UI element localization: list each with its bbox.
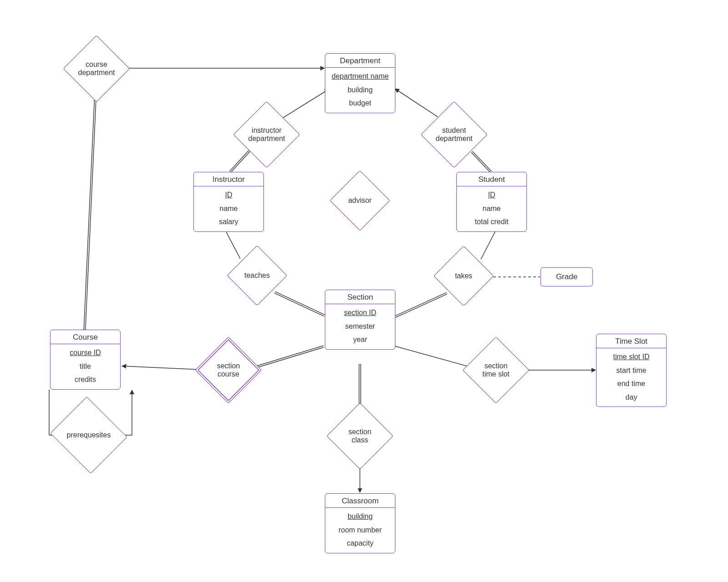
rel-label: teaches xyxy=(236,254,278,297)
rel-section-timeslot: section time slot xyxy=(472,346,520,394)
entity-department: Department department name building budg… xyxy=(325,53,395,113)
rel-label: instructor department xyxy=(243,111,290,158)
svg-line-1 xyxy=(230,151,249,172)
entity-title: Section xyxy=(325,290,395,304)
edge-course-dept-to-course xyxy=(85,92,96,330)
entity-title: Instructor xyxy=(194,172,263,186)
edge-prereq-right xyxy=(116,390,132,435)
rel-label: section class xyxy=(336,412,384,460)
attr-classroom-roomnumber: room number xyxy=(325,523,395,537)
entity-title: Student xyxy=(457,172,526,186)
attr-classroom-building: building xyxy=(325,510,395,523)
attr-timeslot-start: start time xyxy=(597,364,666,377)
rel-label: section time slot xyxy=(472,346,520,394)
svg-line-4 xyxy=(395,293,447,317)
attr-department-name: department name xyxy=(325,70,395,83)
entity-title: Time Slot xyxy=(597,334,666,348)
svg-line-2 xyxy=(472,152,491,172)
edge-teaches-to-section xyxy=(275,292,324,316)
entity-timeslot: Time Slot time slot ID start time end ti… xyxy=(596,334,667,407)
rel-section-course: section course xyxy=(205,346,252,394)
entity-course: Course course ID title credits xyxy=(50,330,121,390)
entity-title: Classroom xyxy=(325,494,395,508)
rel-section-class: section class xyxy=(336,412,384,460)
edge-instr-dept-to-instructor xyxy=(230,151,249,172)
attr-student-totalcredit: total credit xyxy=(457,215,526,229)
edge-section-course-to-course xyxy=(122,366,202,370)
rel-label: course department xyxy=(73,45,120,92)
rel-label: section course xyxy=(205,346,252,394)
edge-takes-to-section xyxy=(395,293,447,317)
attr-timeslot-end: end time xyxy=(597,377,666,391)
attr-department-building: building xyxy=(325,83,395,97)
edge-prereq-left xyxy=(49,390,61,435)
edge-teaches-to-instructor xyxy=(226,231,240,259)
edge-section-course-to-section xyxy=(255,346,324,367)
entity-instructor: Instructor ID name salary xyxy=(193,172,264,232)
attr-instructor-salary: salary xyxy=(194,215,263,229)
rel-label: takes xyxy=(442,255,485,297)
attr-instructor-name: name xyxy=(194,202,263,216)
attr-course-title: title xyxy=(51,360,120,373)
rel-teaches: teaches xyxy=(236,254,278,297)
attr-course-credits: credits xyxy=(51,373,120,386)
rel-label: student department xyxy=(430,111,478,158)
attr-course-id: course ID xyxy=(51,346,120,360)
rel-advisor: advisor xyxy=(339,179,381,222)
attr-section-semester: semester xyxy=(325,320,395,333)
svg-line-0 xyxy=(85,92,96,330)
edge-student-dept-to-department xyxy=(395,89,438,117)
attr-instructor-id: ID xyxy=(194,188,263,202)
svg-line-5 xyxy=(255,346,324,367)
attr-student-id: ID xyxy=(457,188,526,202)
entity-classroom: Classroom building room number capacity xyxy=(325,493,395,553)
attr-section-id: section ID xyxy=(325,306,395,320)
svg-line-3 xyxy=(275,292,324,316)
edge-student-dept-to-student xyxy=(472,152,491,172)
rel-course-department: course department xyxy=(73,45,120,92)
entity-title: Department xyxy=(325,54,395,68)
attr-timeslot-id: time slot ID xyxy=(597,350,666,364)
box-grade: Grade xyxy=(541,267,593,286)
attr-classroom-capacity: capacity xyxy=(325,537,395,550)
rel-label: prerequesites xyxy=(60,409,117,461)
edge-takes-to-student xyxy=(481,231,495,259)
entity-student: Student ID name total credit xyxy=(456,172,527,232)
edge-section-ts-to-section xyxy=(394,346,470,367)
attr-section-year: year xyxy=(325,333,395,346)
box-grade-label: Grade xyxy=(556,272,577,281)
er-diagram-canvas: Department department name building budg… xyxy=(0,0,728,582)
attr-timeslot-day: day xyxy=(597,391,666,404)
rel-takes: takes xyxy=(442,255,485,297)
entity-title: Course xyxy=(51,330,120,344)
rel-student-department: student department xyxy=(430,111,478,158)
edge-instr-dept-to-department xyxy=(283,89,329,118)
attr-student-name: name xyxy=(457,202,526,216)
entity-section: Section section ID semester year xyxy=(325,290,395,350)
rel-prerequisites: prerequesites xyxy=(60,409,117,461)
rel-instructor-department: instructor department xyxy=(243,111,290,158)
attr-department-budget: budget xyxy=(325,96,395,110)
rel-label: advisor xyxy=(339,179,381,222)
